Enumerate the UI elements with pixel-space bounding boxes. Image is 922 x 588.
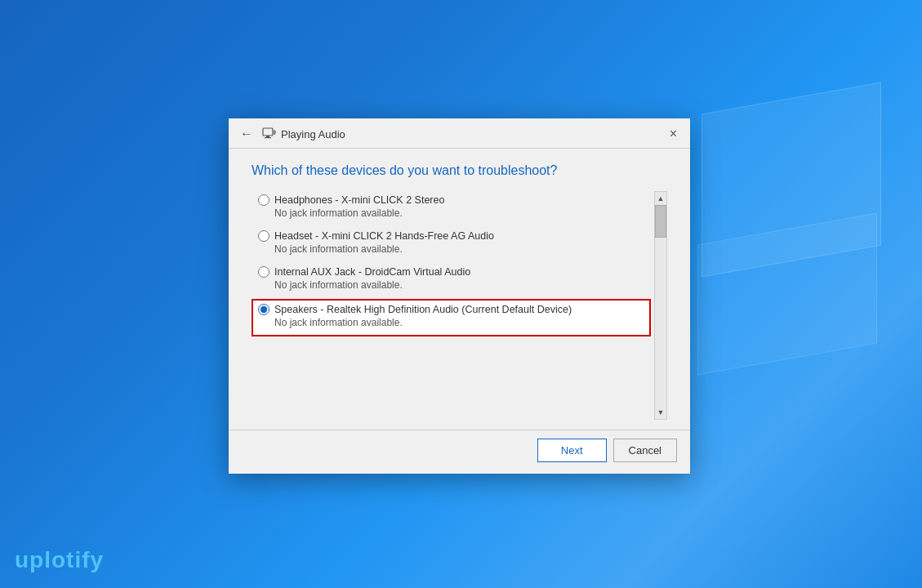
option-sub-aux: No jack information available.	[274, 279, 646, 291]
scrollbar-thumb[interactable]	[655, 205, 666, 238]
close-button[interactable]: ×	[665, 126, 682, 142]
option-sub-headphones: No jack information available.	[274, 207, 646, 219]
option-sub-speakers: No jack information available.	[274, 317, 644, 328]
radio-speakers[interactable]	[258, 304, 269, 315]
option-label-headset[interactable]: Headset - X-mini CLICK 2 Hands-Free AG A…	[274, 230, 494, 242]
troubleshoot-dialog: ← Playing Audio × Which of these devices…	[229, 118, 690, 474]
back-button[interactable]: ←	[237, 125, 256, 143]
option-label-speakers[interactable]: Speakers - Realtek High Definition Audio…	[274, 304, 572, 315]
option-aux: Internal AUX Jack - DroidCam Virtual Aud…	[252, 263, 651, 297]
option-headphones: Headphones - X-mini CLICK 2 Stereo No ja…	[252, 191, 651, 225]
next-button[interactable]: Next	[537, 439, 607, 462]
option-label-headphones[interactable]: Headphones - X-mini CLICK 2 Stereo	[274, 194, 444, 206]
dialog-title: Playing Audio	[281, 128, 345, 140]
titlebar-left: ← Playing Audio	[237, 125, 345, 143]
dialog-content: Which of these devices do you want to tr…	[229, 149, 690, 430]
uplotify-logo: uplotify	[15, 547, 104, 573]
option-sub-headset: No jack information available.	[274, 243, 646, 255]
back-icon: ←	[240, 127, 253, 141]
radio-headset[interactable]	[258, 230, 269, 242]
svg-rect-0	[263, 128, 273, 136]
dialog-titlebar: ← Playing Audio ×	[229, 118, 690, 149]
scrollable-area: Headphones - X-mini CLICK 2 Stereo No ja…	[252, 191, 667, 420]
dialog-type-icon	[261, 127, 276, 141]
option-speakers: Speakers - Realtek High Definition Audio…	[252, 299, 651, 336]
radio-aux[interactable]	[258, 266, 269, 278]
scrollbar-up[interactable]: ▲	[655, 192, 666, 205]
svg-rect-2	[265, 137, 271, 138]
scrollbar-down[interactable]: ▼	[655, 406, 666, 419]
cancel-button[interactable]: Cancel	[613, 439, 677, 462]
dialog-question: Which of these devices do you want to tr…	[252, 163, 667, 178]
options-list: Headphones - X-mini CLICK 2 Stereo No ja…	[252, 191, 654, 420]
svg-rect-1	[266, 136, 269, 137]
scrollbar: ▲ ▼	[654, 191, 667, 420]
scrollbar-track	[655, 205, 666, 406]
option-label-aux[interactable]: Internal AUX Jack - DroidCam Virtual Aud…	[274, 266, 470, 278]
dialog-footer: Next Cancel	[229, 430, 690, 474]
radio-headphones[interactable]	[258, 194, 269, 206]
option-headset: Headset - X-mini CLICK 2 Hands-Free AG A…	[252, 227, 651, 261]
